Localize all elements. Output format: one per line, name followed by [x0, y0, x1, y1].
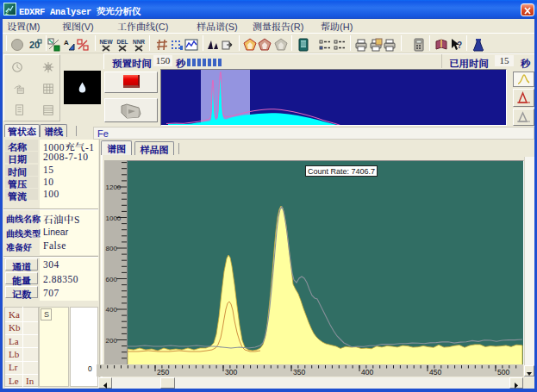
- svg-text:1200: 1200: [106, 184, 122, 191]
- svg-text:NNR: NNR: [133, 39, 145, 45]
- svg-text:300: 300: [225, 368, 237, 376]
- svg-text:A: A: [64, 39, 69, 47]
- svg-text:NEW: NEW: [99, 39, 113, 45]
- svg-text:2: 2: [5, 9, 9, 16]
- svg-text:1000: 1000: [106, 215, 122, 222]
- svg-text:400: 400: [106, 306, 118, 314]
- svg-text:250: 250: [157, 368, 169, 376]
- svg-text:200: 200: [106, 337, 118, 345]
- svg-text:800: 800: [106, 245, 118, 252]
- svg-text:600: 600: [106, 276, 118, 283]
- svg-text:?: ?: [457, 40, 462, 50]
- svg-text:450: 450: [429, 368, 441, 376]
- svg-text:350: 350: [293, 368, 305, 376]
- svg-text:400: 400: [361, 368, 373, 376]
- svg-text:DEL: DEL: [117, 39, 128, 45]
- svg-text:500: 500: [497, 368, 509, 376]
